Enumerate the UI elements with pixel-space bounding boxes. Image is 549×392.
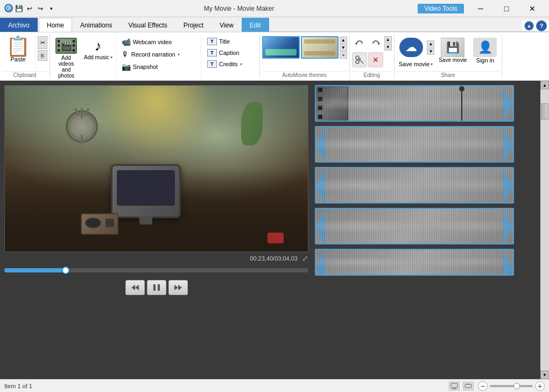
share-scroll-up[interactable]: ▲	[427, 40, 434, 47]
fullscreen-button[interactable]: ⤢	[302, 254, 308, 263]
scrollbar-thumb[interactable]	[541, 103, 548, 120]
copy-button[interactable]: ⎘	[38, 50, 47, 61]
paste-label: Paste	[10, 56, 25, 62]
tab-edit[interactable]: Edit	[242, 18, 269, 32]
editing-scroll-down[interactable]: ▼	[384, 44, 392, 51]
waveform-overlay-2	[316, 127, 513, 162]
undo-qa-button[interactable]: ↩	[25, 4, 34, 13]
status-icon-2[interactable]	[463, 382, 474, 390]
help-button[interactable]: ?	[536, 20, 547, 31]
save-movie-button[interactable]: ☁	[397, 36, 426, 59]
tab-archivo[interactable]: Archivo	[0, 18, 38, 32]
share-label: Share	[397, 71, 500, 78]
customize-qa-button[interactable]: ▾	[46, 4, 56, 13]
share-scroll-down[interactable]: ▼	[427, 48, 434, 55]
sign-in-button[interactable]: 👤 Sign in	[470, 36, 499, 70]
ribbon: 📋 Paste ✂ ⎘ Clipboard 🎬	[0, 32, 549, 81]
clip-track-5[interactable]	[315, 249, 514, 276]
paste-button[interactable]: 📋 Paste	[2, 36, 34, 70]
status-bar: Item 1 of 1 − +	[0, 379, 549, 392]
caption-button[interactable]: T Caption	[203, 47, 257, 58]
maximize-button[interactable]: □	[494, 0, 519, 17]
credits-label: Credits	[219, 61, 238, 67]
cut-button[interactable]: ✂	[38, 36, 47, 49]
video-frame	[4, 85, 308, 252]
tab-visual-effects[interactable]: Visual Effects	[120, 18, 175, 32]
redo-qa-button[interactable]: ↪	[36, 4, 45, 13]
clip-arrow-right-2	[503, 127, 513, 163]
theme-2-button[interactable]	[301, 36, 339, 59]
timeline-scroll[interactable]	[313, 81, 549, 379]
save-movie-label-button[interactable]: Save movie ▾	[397, 60, 435, 68]
delete-button[interactable]: ✕	[368, 52, 383, 67]
forward-button[interactable]	[168, 280, 188, 295]
app-icon	[4, 4, 13, 12]
title-button[interactable]: T Title	[203, 36, 257, 47]
automovie-label: AutoMovie themes	[262, 71, 347, 78]
scrollbar-down-button[interactable]: ▼	[540, 370, 549, 379]
quick-access-toolbar: 💾 ↩ ↪ ▾	[4, 4, 56, 13]
title-bar: 💾 ↩ ↪ ▾ My Movie - Movie Maker Video Too…	[0, 0, 549, 17]
scrollbar-up-button[interactable]: ▲	[540, 81, 549, 89]
rewind-button[interactable]	[125, 280, 145, 295]
save-movie-icon-label: Save movie	[439, 57, 467, 63]
rotate-right-button[interactable]	[368, 36, 383, 51]
clip-track-2[interactable]	[315, 126, 514, 163]
collapse-ribbon-button[interactable]: ▲	[524, 21, 534, 31]
editing-scroll-up[interactable]: ▲	[384, 36, 392, 43]
cloud-icon: ☁	[399, 38, 423, 57]
clip-track-1[interactable]	[315, 85, 514, 122]
themes-scroll-up[interactable]: ▲	[340, 37, 347, 44]
theme-1-button[interactable]	[262, 36, 300, 59]
add-group: 🎬 Add videos and photos ♪ Add music ▾	[50, 34, 260, 78]
clip-arrow-right-4	[503, 209, 513, 244]
credits-dropdown-icon: ▾	[240, 62, 242, 67]
add-music-button[interactable]: ♪ Add music ▾	[81, 36, 115, 80]
webcam-video-button[interactable]: 📹 Webcam video	[119, 36, 200, 48]
rotate-left-button[interactable]	[352, 36, 367, 51]
radio-prop	[81, 213, 118, 235]
add-music-dropdown-icon: ▾	[110, 55, 112, 60]
tv-stand	[139, 216, 153, 225]
tab-project[interactable]: Project	[175, 18, 212, 32]
themes-expand[interactable]: ≡	[340, 52, 347, 59]
timeline-panel: ▲ ▼	[313, 81, 549, 379]
record-narration-button[interactable]: 🎙 Record narration ▾	[119, 48, 200, 60]
zoom-in-button[interactable]: +	[535, 381, 545, 391]
main-content: 00:23,40/03:04,03 ⤢	[0, 81, 549, 379]
editing-label: Editing	[352, 71, 392, 78]
status-icons	[449, 382, 474, 390]
save-movie-icon-button[interactable]: 💾 Save movie	[436, 36, 469, 70]
add-videos-label: Add videos and photos	[55, 55, 78, 79]
plant-prop	[241, 102, 263, 145]
credits-button[interactable]: T Credits ▾	[203, 59, 257, 69]
save-icon: 💾	[441, 38, 464, 57]
tab-view[interactable]: View	[212, 18, 242, 32]
status-icon-1[interactable]	[449, 382, 460, 390]
close-button[interactable]: ✕	[520, 0, 545, 17]
person-icon: 👤	[473, 38, 497, 57]
progress-thumb[interactable]	[62, 267, 69, 274]
add-videos-button[interactable]: 🎬 Add videos and photos	[52, 36, 80, 80]
clip-track-3[interactable]	[315, 167, 514, 204]
pause-button[interactable]	[147, 280, 166, 295]
zoom-out-button[interactable]: −	[478, 381, 488, 391]
scrollbar-track[interactable]	[540, 89, 549, 370]
webcam-label: Webcam video	[133, 39, 172, 45]
record-dropdown-icon: ▾	[178, 52, 180, 57]
svg-marker-13	[178, 285, 182, 290]
save-qa-button[interactable]: 💾	[14, 4, 24, 13]
trim-button[interactable]	[352, 52, 367, 67]
progress-bar[interactable]	[4, 268, 308, 272]
tab-animations[interactable]: Animations	[72, 18, 120, 32]
clip-track-4[interactable]	[315, 208, 514, 244]
automovie-items: ▲ ▼ ≡	[262, 36, 347, 70]
webcam-icon: 📹	[122, 38, 131, 46]
zoom-slider-thumb[interactable]	[513, 383, 520, 389]
zoom-slider[interactable]	[490, 385, 533, 387]
timecode-display: 00:23,40/03:04,03	[250, 255, 298, 262]
themes-scroll-down[interactable]: ▼	[340, 44, 347, 51]
snapshot-button[interactable]: 📷 Snapshot	[119, 61, 200, 73]
minimize-button[interactable]: ─	[468, 0, 493, 17]
tab-home[interactable]: Home	[39, 18, 72, 32]
